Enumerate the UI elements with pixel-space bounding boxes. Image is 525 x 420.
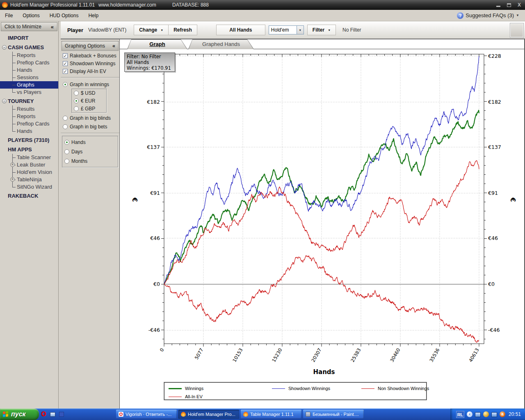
all-hands-button[interactable]: All Hands [216,25,265,35]
tray-ball-icon[interactable]: a [500,411,505,417]
radio-currency-gbp[interactable]: £ GBP [72,105,106,112]
svg-text:€91: €91 [488,190,498,196]
radio-period-days[interactable]: Days [62,147,118,156]
sidebar-item-reports[interactable]: Reports [0,113,58,120]
sidebar-section-rakeback[interactable]: RAKEBACK [0,192,58,200]
minimize-button[interactable] [496,6,500,7]
checkbox-showdown-winnings[interactable]: ✓Showdown Winnings [61,59,119,67]
legend-item-all-in-ev: All-In EV [169,394,203,399]
svg-text:€0: €0 [488,281,495,287]
menu-help[interactable]: Help [83,13,103,18]
filter-button[interactable]: Filter▼ [307,25,336,35]
window-title: Hold'em Manager Professional 1.11.01 [10,2,95,8]
tray-monitor-icon[interactable] [491,412,497,417]
radio-currency-eur[interactable]: € EUR [72,97,106,105]
suggested-faqs[interactable]: ? Suggested FAQs (3) ▼ [457,12,519,19]
radio-icon[interactable] [63,82,68,87]
radio-currency-usd[interactable]: $ USD [72,89,106,97]
task-paint[interactable]: Безымянный - Paint.... [303,410,364,419]
radio-icon[interactable] [74,91,79,96]
chevron-down-icon: ▼ [516,14,519,17]
sidebar-item-results[interactable]: Results [0,105,58,113]
tray-monitor-icon[interactable] [475,412,481,417]
checkbox-icon[interactable]: ✓ [63,61,68,66]
sidebar-item-hands[interactable]: Hands [0,128,58,135]
chart-svg: -€46-€46€0€0€46€46€91€91€137€137€182€182… [120,49,525,409]
sidebar-item-preflop-cards[interactable]: Preflop Cards [0,120,58,128]
radio-graph-in-winnings[interactable]: Graph in winnings [61,80,119,89]
checkbox-rakeback-bonuses[interactable]: ✓Rakeback + Bonuses [61,52,119,59]
sidebar-item-hands[interactable]: Hands [0,66,58,74]
sidebar-item-sessions[interactable]: Sessions [0,74,58,81]
tray-gold-icon[interactable] [483,411,489,417]
content: Player VladowlBY (ENT) Change▼ Refresh A… [61,21,525,409]
change-button[interactable]: Change▼ [134,25,169,35]
task-opera[interactable]: OVigorish · Ответить -... [116,410,177,419]
sidebar-item-tableninja[interactable]: +TableNinja [0,176,58,183]
tree-toggle-icon[interactable]: − [2,99,7,103]
task-flame[interactable]: Table Manager 1.11.1 [241,410,301,419]
tab-graph[interactable]: Graph [127,39,187,49]
restore-button[interactable] [507,3,511,7]
combo-arrow-icon[interactable]: ▼ [297,26,304,34]
svg-text:€46: €46 [150,235,160,241]
refresh-button[interactable]: Refresh [169,25,197,35]
sidebar-section-hm-apps[interactable]: HM APPS [0,145,58,154]
sidebar-item-graphs[interactable]: Graphs [0,81,58,89]
sidebar-item-preflop-cards[interactable]: Preflop Cards [0,59,58,66]
start-button[interactable]: пуск [0,409,39,420]
click-to-minimize[interactable]: Click to Minimize « [1,22,57,31]
radio-icon[interactable] [64,149,69,154]
tab-graphed-hands[interactable]: Graphed Hands [188,39,254,49]
task-flame[interactable]: Hold'em Manager Pro... [178,410,239,419]
menu-options[interactable]: Options [18,13,44,18]
tooltip-filter: Filter: No Filter [127,54,173,59]
radio-icon[interactable] [63,116,68,121]
checkbox-label: Rakeback + Bonuses [70,53,116,59]
radio-icon[interactable] [63,124,68,129]
radio-period-months[interactable]: Months [62,156,118,166]
tree-toggle-icon[interactable]: − [2,45,7,50]
sidebar-section-cash-games[interactable]: −CASH GAMES [0,43,58,52]
menu-file[interactable]: File [0,13,18,18]
radio-icon[interactable] [74,106,79,111]
tree-toggle-icon[interactable]: + [10,177,15,182]
menu-bar: File Options HUD Options Help ? Suggeste… [0,10,525,21]
sidebar-item-hold-em-vision[interactable]: Hold'em Vision [0,169,58,176]
sidebar-item-reports[interactable]: Reports [0,52,58,59]
tree-toggle-icon[interactable]: + [10,162,15,167]
checkbox-icon[interactable]: ✓ [63,69,68,74]
legend-swatch [361,388,374,389]
graphing-options-title: Graphing Options [65,43,105,49]
collapse-icon: « [51,24,54,30]
radio-icon[interactable] [74,98,79,103]
sidebar-item-leak-buster[interactable]: +Leak Buster [0,161,58,169]
menu-hud-options[interactable]: HUD Options [45,13,84,18]
graphing-options-header[interactable]: Graphing Options « [62,41,119,51]
checkbox-icon[interactable]: ✓ [63,53,68,58]
sidebar-section-tourney[interactable]: −TOURNEY [0,97,58,105]
close-button[interactable]: X [518,2,521,8]
language-indicator[interactable]: RL [456,411,464,418]
radio-graph-in-big-bets[interactable]: Graph in big bets [61,122,119,131]
checkbox-display-all-in-ev[interactable]: ✓Display All-In EV [61,67,119,75]
tooltip-hands: All Hands [127,59,173,65]
sidebar-section-import[interactable]: IMPORT [0,34,58,42]
radio-period-hands[interactable]: Hands [62,137,118,147]
sidebar-section-players-7310-[interactable]: PLAYERS (7310) [0,136,58,144]
sidebar-item-table-scanner[interactable]: Table Scanner [0,154,58,161]
sidebar-item-vs-players[interactable]: vs Players [0,89,58,96]
radio-label: € EUR [81,98,95,104]
opera-icon[interactable]: O [41,411,46,418]
radio-icon[interactable] [64,140,69,145]
save-icon[interactable] [59,412,64,417]
graphing-options-panel: Graphing Options « ✓Rakeback + Bonuses✓S… [61,39,120,409]
game-type-select[interactable]: Hold'em ▼ [269,25,304,34]
radio-label: Months [71,158,87,164]
radio-graph-in-big-blinds[interactable]: Graph in big blinds [61,114,119,122]
show-desktop-icon[interactable] [50,412,55,417]
tray-chevron-icon[interactable]: ‹ [467,411,472,417]
system-tray: RL‹a20:51 [450,409,525,420]
sidebar-item-sitngo-wizard[interactable]: SitNGo Wizard [0,183,58,191]
radio-icon[interactable] [64,159,69,164]
